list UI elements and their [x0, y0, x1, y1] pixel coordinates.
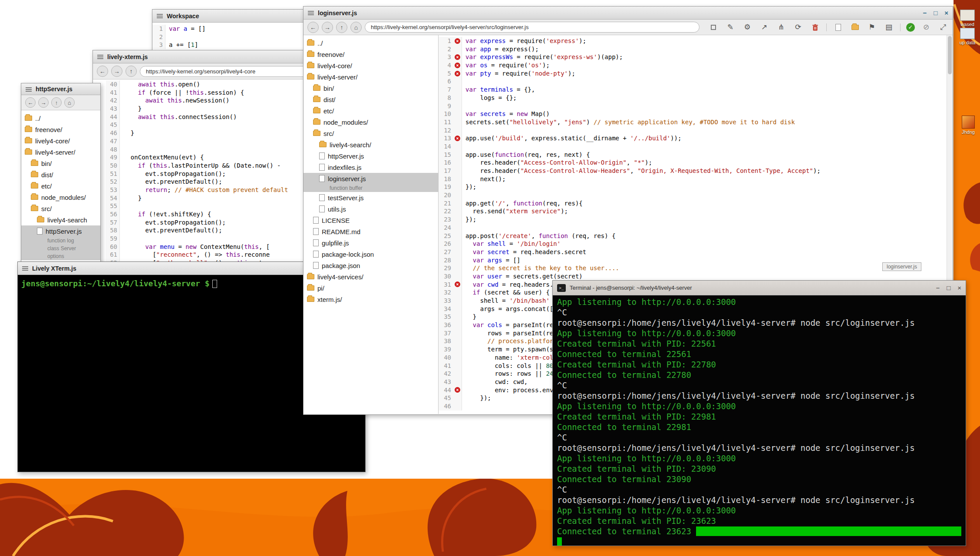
tree-item-bin[interactable]: bin/: [304, 83, 438, 94]
tree-item-..[interactable]: ../: [304, 37, 438, 49]
tree-item-freenove[interactable]: freenove/: [21, 124, 100, 135]
file-icon: [313, 239, 319, 246]
tree-item-src[interactable]: src/: [21, 203, 100, 214]
forward-button[interactable]: →: [322, 22, 333, 33]
tree-item-src[interactable]: src/: [304, 128, 438, 139]
terminal-line: Connected to terminal 22780: [557, 370, 961, 380]
minimize-button[interactable]: −: [936, 285, 940, 291]
brush-icon[interactable]: ✎: [725, 22, 736, 33]
tree-item-lively4-server[interactable]: lively4-server/: [21, 146, 100, 158]
gutter-marker-slot: ×: [453, 386, 462, 394]
flag-icon[interactable]: ⚑: [866, 22, 878, 33]
home-button[interactable]: ⌂: [350, 22, 362, 33]
tree-item-pi[interactable]: pi/: [304, 282, 438, 294]
minimize-button[interactable]: −: [923, 10, 927, 16]
code-text: // process.platform: [462, 337, 557, 345]
tree-item-label: freenove/: [35, 126, 63, 133]
menu-icon[interactable]: [22, 266, 28, 271]
tree-item-..[interactable]: ../: [21, 113, 100, 124]
tree-item-nodemodules[interactable]: node_modules/: [21, 192, 100, 203]
tree-item-package-lock.json[interactable]: package-lock.json: [304, 248, 438, 260]
tree-item-README.md[interactable]: README.md: [304, 226, 438, 237]
code-text: rows: rows || 24,: [462, 370, 557, 378]
tree-item-loginserver.js[interactable]: loginserver.jsfunction buffer: [304, 173, 438, 192]
terminal-titlebar[interactable]: >_ Terminal - jens@sensorpi: ~/lively4/l…: [553, 281, 966, 295]
checkbox-icon[interactable]: [708, 22, 719, 33]
tree-item-dist[interactable]: dist/: [304, 94, 438, 105]
tree-item-lively4-search[interactable]: lively4-search: [21, 214, 100, 225]
forward-button[interactable]: →: [38, 97, 49, 108]
up-button[interactable]: ↑: [51, 97, 62, 108]
code-text: cwd: cwd,: [462, 378, 528, 386]
gutter-marker-slot: [453, 159, 462, 167]
up-button[interactable]: ↑: [125, 66, 137, 77]
tree-item-outline-entry[interactable]: class Server: [21, 245, 100, 252]
file-icon: [319, 175, 325, 182]
tree-item-lively4-services[interactable]: lively4-services/: [304, 271, 438, 282]
desktop-icon[interactable]: up data: [955, 28, 980, 45]
scrollbar-thumb[interactable]: [948, 36, 952, 74]
tree-item-outline-entry[interactable]: function buffer: [304, 184, 438, 192]
terminal-output[interactable]: App listening to http://0.0.0.0:3000^Cro…: [553, 295, 966, 546]
back-button[interactable]: ←: [25, 97, 36, 108]
tree-item-xterm.js[interactable]: xterm.js/: [304, 294, 438, 305]
tree-item-lively4-server[interactable]: lively4-server/: [304, 71, 438, 83]
line-number: 3: [152, 41, 165, 49]
up-button[interactable]: ↑: [336, 22, 347, 33]
url-input[interactable]: [365, 22, 700, 33]
close-button[interactable]: ×: [957, 285, 961, 291]
back-button[interactable]: ←: [97, 66, 108, 77]
tree-item-httpServer.js[interactable]: httpServer.js: [304, 150, 438, 162]
code-text: [462, 102, 465, 110]
maximize-button[interactable]: □: [934, 10, 937, 16]
box-glyph: [711, 25, 716, 30]
refresh-icon[interactable]: ⟳: [792, 22, 804, 33]
desktop-icon[interactable]: wased: [955, 10, 980, 27]
back-button[interactable]: ←: [307, 22, 319, 33]
httpserver-titlebar[interactable]: httpServer.js: [21, 83, 100, 95]
save-icon[interactable]: ▤: [883, 22, 894, 33]
tree-item-nodemodules[interactable]: node_modules/: [304, 116, 438, 128]
menu-icon[interactable]: [157, 13, 163, 18]
tree-item-httpServer.js[interactable]: httpServer.jsfunction logclass Serveropt…: [21, 225, 100, 260]
tree-item-LICENSE[interactable]: LICENSE: [304, 215, 438, 226]
close-button[interactable]: ×: [944, 10, 948, 16]
tree-item-freenove[interactable]: freenove/: [304, 49, 438, 60]
open-external-icon[interactable]: ↗: [759, 22, 770, 33]
tree-item-label: bin/: [41, 160, 52, 167]
tree-item-bin[interactable]: bin/: [21, 158, 100, 169]
gear-icon[interactable]: ⚙: [742, 22, 753, 33]
home-button[interactable]: ⌂: [64, 97, 75, 108]
tree-item-lively4-core[interactable]: lively4-core/: [21, 135, 100, 146]
tree-item-indexfiles.js[interactable]: indexfiles.js: [304, 162, 438, 173]
tree-item-lively4-core[interactable]: lively4-core/: [304, 60, 438, 71]
tree-item-lively4-search[interactable]: lively4-search/: [304, 139, 438, 150]
menu-icon[interactable]: [308, 10, 314, 15]
new-file-icon[interactable]: [832, 22, 844, 33]
file-icon: [319, 194, 325, 201]
loginserver-titlebar[interactable]: loginserver.js −□×: [304, 7, 953, 20]
fullscreen-icon[interactable]: ⤢: [937, 22, 949, 33]
menu-icon[interactable]: [97, 54, 103, 59]
line-number: 47: [106, 137, 120, 146]
trash-icon[interactable]: [809, 22, 821, 33]
tree-item-etc[interactable]: etc/: [21, 180, 100, 192]
graph-icon[interactable]: ⋔: [775, 22, 787, 33]
code-line: 5×var pty = require('node-pty');: [439, 70, 953, 78]
tree-item-dist[interactable]: dist/: [21, 169, 100, 180]
tree-item-package.json[interactable]: package.json: [304, 260, 438, 271]
folder-icon[interactable]: [849, 22, 861, 33]
menu-icon[interactable]: [26, 87, 32, 92]
forward-button[interactable]: →: [111, 66, 122, 77]
tree-item-etc[interactable]: etc/: [304, 105, 438, 116]
maximize-button[interactable]: □: [947, 285, 950, 291]
tree-item-utils.js[interactable]: utils.js: [304, 203, 438, 215]
accept-icon[interactable]: ✓: [906, 23, 915, 32]
desktop-icon[interactable]: Jhdng: [956, 116, 980, 135]
tree-item-gulpfile.js[interactable]: gulpfile.js: [304, 237, 438, 248]
cancel-icon[interactable]: ⊘: [921, 22, 932, 33]
tree-item-outline-entry[interactable]: options: [21, 252, 100, 260]
tree-item-outline-entry[interactable]: function log: [21, 237, 100, 245]
error-marker-icon: ×: [455, 38, 460, 44]
tree-item-testServer.js[interactable]: testServer.js: [304, 192, 438, 203]
